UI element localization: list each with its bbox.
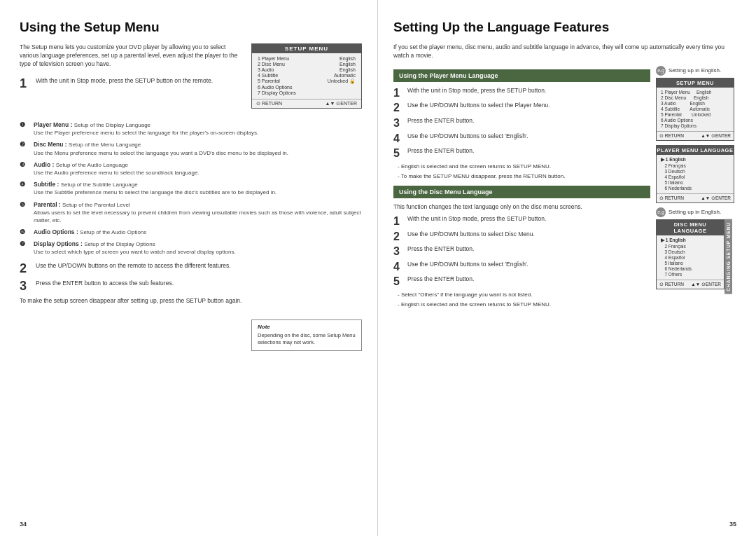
sub-step-2: ❷ Disc Menu : Setup of the Menu Language… xyxy=(20,141,362,156)
right-page-num: 35 xyxy=(729,521,736,528)
left-page: Using the Setup Menu The Setup menu lets… xyxy=(0,0,378,536)
setup-menu-box: Setup Menu 1 Player MenuEnglish 2 Disc M… xyxy=(251,43,362,109)
d-step-1-text: With the unit in Stop mode, press the SE… xyxy=(407,215,650,224)
p-step-2-text: Use the UP/DOWN buttons to select the Pl… xyxy=(407,102,650,110)
sub-content-5: Parental : Setup of the Parental LevelAl… xyxy=(34,201,362,225)
step3-block: 3 Press the ENTER button to access the s… xyxy=(20,280,362,292)
step1-num: 1 xyxy=(20,77,32,90)
left-page-num: 34 xyxy=(20,521,27,528)
setup-menu-diagram: Setup Menu 1 Player MenuEnglish 2 Disc M… xyxy=(251,43,362,114)
p-step-3-text: Press the ENTER button. xyxy=(407,117,650,125)
d-step-5-text: Press the ENTER button. xyxy=(407,275,650,284)
eg-label-2: e.g Setting up in English. xyxy=(656,207,736,217)
small-setup-menu: Setup Menu 1 Player Menu English 2 Disc … xyxy=(656,78,734,141)
p-step-1: 1 With the unit in Stop mode, press the … xyxy=(393,87,650,99)
sub-body-3: Setup of the Audio LanguageUse the Audio… xyxy=(34,162,200,176)
p-step-5-text: Press the ENTER button. xyxy=(407,147,650,156)
eg-label-1: e.g Setting up in English. xyxy=(656,66,736,76)
eg-badge-1: e.g xyxy=(656,66,666,76)
sub-content-6: Audio Options : Setup of the Audio Optio… xyxy=(34,228,362,236)
player-lang-menu: Player Menu Language ▶ 1 English 2 Franç… xyxy=(656,145,734,203)
sub-num-3: ❸ xyxy=(20,161,31,168)
sub-steps: ❶ Player Menu : Setup of the Display Lan… xyxy=(20,121,362,256)
p-step-2: 2 Use the UP/DOWN buttons to select the … xyxy=(393,102,650,114)
player-lang-return: ⊙ RETURN xyxy=(659,195,684,201)
right-main: Using the Player Menu Language 1 With th… xyxy=(393,66,650,311)
setup-menu-side-label: Changing Setup Menu xyxy=(724,219,732,294)
setup-menu-return: ⊙ RETURN xyxy=(256,101,282,106)
sub-title-5: Parental : xyxy=(34,201,62,208)
disc-lang-content: ▶ 1 English 2 Français 3 Deutsch 4 Españ… xyxy=(657,235,724,280)
step3-num: 3 xyxy=(20,280,32,292)
right-side-menus: e.g Setting up in English. Setup Menu 1 … xyxy=(656,66,736,311)
p-step-4-text: Use the UP/DOWN buttons to select 'Engli… xyxy=(407,132,650,141)
sub-num-6: ❻ xyxy=(20,228,31,235)
sub-content-3: Audio : Setup of the Audio LanguageUse t… xyxy=(34,161,362,177)
player-lang-content: ▶ 1 English 2 Français 3 Deutsch 4 Españ… xyxy=(657,155,734,193)
sub-num-7: ❼ xyxy=(20,240,31,247)
d-step-4-text: Use the UP/DOWN buttons to select 'Engli… xyxy=(407,261,650,269)
note-box: Note Depending on the disc, some Setup M… xyxy=(251,319,362,351)
disc-note-1: - Select "Others" if the language you wa… xyxy=(393,291,650,298)
note-body: Depending on the disc, some Setup Menu s… xyxy=(258,332,356,347)
right-cols: Using the Player Menu Language 1 With th… xyxy=(393,66,736,311)
right-title: Setting Up the Language Features xyxy=(393,20,736,35)
setup-menu-content: 1 Player MenuEnglish 2 Disc MenuEnglish … xyxy=(252,53,361,99)
step3-text: Press the ENTER button to access the sub… xyxy=(36,280,362,288)
sub-content-1: Player Menu : Setup of the Display Langu… xyxy=(34,121,362,137)
step1-block: 1 With the unit in Stop mode, press the … xyxy=(20,77,243,90)
sub-title-1: Player Menu : xyxy=(34,121,74,128)
player-steps: 1 With the unit in Stop mode, press the … xyxy=(393,87,650,160)
step2-num: 2 xyxy=(20,262,32,275)
p-step-5: 5 Press the ENTER button. xyxy=(393,147,650,160)
disc-note-2: - English is selected and the screen ret… xyxy=(393,301,650,308)
d-step-5: 5 Press the ENTER button. xyxy=(393,275,650,288)
player-lang-enter: ▲▼ ⊙ENTER xyxy=(701,195,731,201)
sub-step-5: ❺ Parental : Setup of the Parental Level… xyxy=(20,201,362,225)
disc-lang-menu: Disc Menu Language ▶ 1 English 2 Françai… xyxy=(656,219,724,290)
small-setup-content: 1 Player Menu English 2 Disc Menu Englis… xyxy=(657,88,734,131)
disc-lang-return: ⊙ RETURN xyxy=(659,282,684,287)
d-step-3: 3 Press the ENTER button. xyxy=(393,245,650,258)
left-intro: The Setup menu lets you customize your D… xyxy=(20,43,243,69)
sub-content-7: Display Options : Setup of the Display O… xyxy=(34,240,362,256)
sub-body-5: Setup of the Parental LevelAllows users … xyxy=(34,202,361,224)
p-step-1-text: With the unit in Stop mode, press the SE… xyxy=(407,87,650,95)
p-step-4: 4 Use the UP/DOWN buttons to select 'Eng… xyxy=(393,132,650,145)
setup-menu-title: Setup Menu xyxy=(252,44,361,53)
sub-title-2: Disc Menu : xyxy=(34,141,69,148)
sub-content-2: Disc Menu : Setup of the Menu LanguageUs… xyxy=(34,141,362,156)
disc-intro: This function changes the text language … xyxy=(393,203,650,212)
step1-text: With the unit in Stop mode, press the SE… xyxy=(36,77,243,85)
d-step-1: 1 With the unit in Stop mode, press the … xyxy=(393,215,650,228)
d-step-2: 2 Use the UP/DOWN buttons to select Disc… xyxy=(393,231,650,243)
sub-title-3: Audio : xyxy=(34,161,56,168)
disc-lang-title: Disc Menu Language xyxy=(657,220,724,235)
step2-text: Use the UP/DOWN buttons on the remote to… xyxy=(36,262,362,270)
eg-badge-2: e.g xyxy=(656,207,666,217)
sub-step-7: ❼ Display Options : Setup of the Display… xyxy=(20,240,362,256)
d-step-4: 4 Use the UP/DOWN buttons to select 'Eng… xyxy=(393,261,650,273)
right-page: Setting Up the Language Features If you … xyxy=(378,0,756,536)
sub-step-4: ❹ Subtitle : Setup of the Subtitle Langu… xyxy=(20,181,362,196)
note-title: Note xyxy=(258,324,356,330)
disc-section-header: Using the Disc Menu Language xyxy=(393,186,650,198)
sub-num-5: ❺ xyxy=(20,201,31,208)
eg-text-2: Setting up in English. xyxy=(668,209,721,215)
sub-num-1: ❶ xyxy=(20,121,31,128)
step2-block: 2 Use the UP/DOWN buttons on the remote … xyxy=(20,262,362,275)
sub-num-2: ❷ xyxy=(20,141,31,148)
disc-lang-menu-outer: Disc Menu Language ▶ 1 English 2 Françai… xyxy=(656,219,736,294)
small-setup-return: ⊙ RETURN xyxy=(659,133,684,139)
d-step-3-text: Press the ENTER button. xyxy=(407,245,650,254)
sub-body-4: Setup of the Subtitle LanguageUse the Su… xyxy=(34,181,276,195)
player-note-1: - English is selected and the screen ret… xyxy=(393,163,650,170)
small-setup-enter: ▲▼ ⊙ENTER xyxy=(701,133,731,139)
sub-num-4: ❹ xyxy=(20,181,31,188)
sub-body-2: Setup of the Menu LanguageUse the Menu p… xyxy=(34,142,288,156)
sub-step-3: ❸ Audio : Setup of the Audio LanguageUse… xyxy=(20,161,362,177)
sub-step-1: ❶ Player Menu : Setup of the Display Lan… xyxy=(20,121,362,137)
setup-menu-enter: ▲▼ ⊙ENTER xyxy=(325,101,357,106)
disc-steps: 1 With the unit in Stop mode, press the … xyxy=(393,215,650,288)
right-intro: If you set the player menu, disc menu, a… xyxy=(393,43,736,60)
